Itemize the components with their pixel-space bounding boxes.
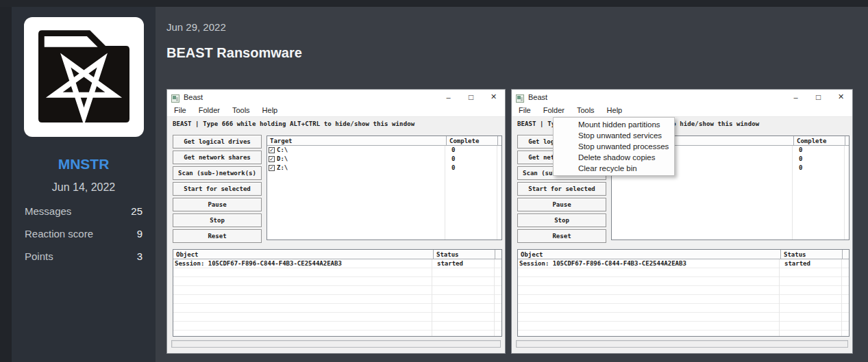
menu-file[interactable]: File — [512, 106, 537, 114]
join-date: Jun 14, 2022 — [12, 181, 156, 194]
menu-item-clear-recycle-bin[interactable]: Clear recycle bin — [554, 163, 674, 174]
beast-window-right: Beast – □ ✕ File Folder Tools Help BEAST… — [511, 89, 853, 354]
object-row[interactable]: Session: 105CDF67-F896-C844-F4B3-CE2544A… — [518, 259, 849, 268]
status-bar — [516, 340, 848, 348]
gridlines — [518, 259, 849, 336]
col-filler — [845, 136, 849, 146]
col-filler — [495, 250, 501, 259]
menu-item-delete-shadow-copies[interactable]: Delete shadow copies — [554, 152, 674, 163]
checkbox-checked[interactable]: ✓ — [269, 147, 275, 153]
pause-button[interactable]: Pause — [517, 198, 606, 211]
maximize-button[interactable]: □ — [460, 90, 482, 104]
col-target[interactable]: Target — [267, 136, 446, 146]
complete-value: 0 — [446, 155, 497, 164]
window-title: Beast — [184, 93, 203, 101]
user-sidebar: MNSTR Jun 14, 2022 Messages 25 Reaction … — [12, 7, 156, 362]
app-icon — [171, 93, 179, 101]
target-label: Z:\ — [277, 164, 288, 172]
menubar: File Folder Tools Help — [512, 104, 852, 117]
checkbox-checked[interactable]: ✓ — [269, 156, 275, 162]
close-button[interactable]: ✕ — [482, 90, 505, 104]
menu-tools[interactable]: Tools — [571, 106, 601, 114]
complete-value: 0 — [793, 155, 845, 164]
left-edge-strip — [0, 7, 12, 362]
col-object[interactable]: Object — [173, 250, 433, 259]
target-row[interactable]: ✓D:\ 0 — [267, 155, 501, 164]
window-controls: – □ ✕ — [437, 90, 505, 104]
status-value: started — [433, 259, 495, 268]
stop-button[interactable]: Stop — [517, 214, 606, 227]
object-list-header: Object Status — [518, 250, 849, 259]
post-title: BEAST Ransomware — [166, 45, 302, 61]
scan-subnetworks-button[interactable]: Scan (sub-)network(s) — [173, 166, 262, 180]
stat-label: Reaction score — [25, 228, 93, 240]
menu-help[interactable]: Help — [601, 106, 629, 114]
status-bar — [171, 340, 501, 348]
user-avatar[interactable] — [24, 17, 144, 137]
maximize-button[interactable]: □ — [807, 90, 830, 104]
reset-button[interactable]: Reset — [173, 229, 262, 243]
post-date: Jun 29, 2022 — [166, 21, 226, 33]
stat-value: 9 — [137, 228, 142, 240]
menu-file[interactable]: File — [168, 106, 193, 114]
close-button[interactable]: ✕ — [830, 90, 852, 104]
object-value: Session: 105CDF67-F896-C844-F4B3-CE2544A… — [518, 259, 780, 268]
menu-item-stop-unwanted-processes[interactable]: Stop unwanted processes — [554, 141, 674, 152]
window-controls: – □ ✕ — [784, 90, 852, 104]
start-for-selected-button[interactable]: Start for selected — [173, 182, 262, 196]
stat-value: 25 — [131, 205, 142, 217]
titlebar[interactable]: Beast – □ ✕ — [512, 90, 852, 104]
pause-button[interactable]: Pause — [173, 198, 262, 211]
col-complete[interactable]: Complete — [793, 136, 845, 146]
app-icon — [516, 93, 524, 101]
col-object[interactable]: Object — [518, 250, 780, 259]
col-status[interactable]: Status — [780, 250, 842, 259]
status-value: started — [780, 259, 842, 268]
target-list-header: Target Complete — [267, 136, 501, 146]
stat-value: 3 — [137, 250, 142, 262]
menu-tools[interactable]: Tools — [226, 106, 256, 114]
target-row[interactable]: ✓C:\ 0 — [267, 146, 501, 155]
menu-item-stop-unwanted-services[interactable]: Stop unwanted services — [554, 130, 674, 141]
start-for-selected-button[interactable]: Start for selected — [517, 182, 606, 196]
post-body: Jun 29, 2022 BEAST Ransomware Beast – □ … — [156, 7, 868, 362]
window-title: Beast — [528, 93, 547, 101]
minimize-button[interactable]: – — [784, 90, 807, 104]
get-logical-drives-button[interactable]: Get logical drives — [173, 135, 262, 148]
complete-value: 0 — [793, 164, 845, 172]
menu-help[interactable]: Help — [256, 106, 284, 114]
stat-messages: Messages 25 — [25, 205, 142, 217]
get-network-shares-button[interactable]: Get network shares — [173, 151, 262, 164]
menu-item-mount-hidden-partitions[interactable]: Mount hidden partitions — [554, 119, 674, 130]
complete-value: 0 — [793, 146, 845, 155]
column-line — [432, 259, 432, 336]
stop-button[interactable]: Stop — [173, 214, 262, 227]
complete-value: 0 — [446, 146, 497, 155]
col-status[interactable]: Status — [433, 250, 495, 259]
pentagram-folder-icon — [24, 17, 144, 137]
target-list: Target Complete ✓C:\ 0 ✓D:\ 0 — [266, 135, 502, 240]
titlebar[interactable]: Beast – □ ✕ — [167, 90, 505, 104]
tools-dropdown-menu: Mount hidden partitions Stop unwanted se… — [553, 117, 675, 176]
checkbox-checked[interactable]: ✓ — [269, 165, 275, 171]
menubar: File Folder Tools Help — [167, 104, 505, 117]
menu-folder[interactable]: Folder — [537, 106, 571, 114]
top-strip — [0, 0, 868, 7]
reset-button[interactable]: Reset — [517, 229, 606, 243]
column-line — [779, 259, 780, 336]
client-area: BEAST | Type 666 while holding ALT+CTRL … — [167, 117, 505, 352]
menu-folder[interactable]: Folder — [193, 106, 226, 114]
username-link[interactable]: MNSTR — [12, 156, 156, 172]
col-filler — [497, 136, 501, 146]
object-value: Session: 105CDF67-F896-C844-F4B3-CE2544A… — [173, 259, 433, 268]
stat-reaction-score: Reaction score 9 — [25, 228, 142, 240]
target-row[interactable]: ✓Z:\ 0 — [267, 164, 501, 172]
column-line — [841, 259, 842, 336]
stat-label: Messages — [25, 205, 71, 217]
col-complete[interactable]: Complete — [446, 136, 497, 146]
minimize-button[interactable]: – — [437, 90, 460, 104]
object-row[interactable]: Session: 105CDF67-F896-C844-F4B3-CE2544A… — [173, 259, 501, 268]
stat-points: Points 3 — [25, 250, 142, 262]
target-label: D:\ — [277, 155, 288, 164]
complete-value: 0 — [446, 164, 497, 172]
